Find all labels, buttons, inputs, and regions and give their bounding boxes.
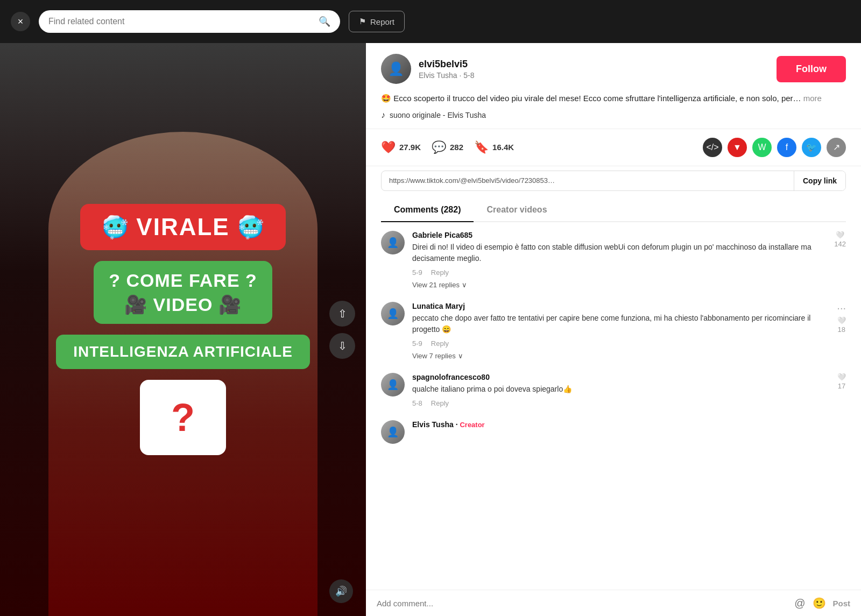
nav-down-button[interactable]: ⇩ xyxy=(329,333,355,359)
nav-arrows: ⇧ ⇩ xyxy=(329,301,355,359)
comment-icon: 💬 xyxy=(432,140,446,154)
likes-count: 27.9K xyxy=(399,143,421,152)
music-row: ♪ suono originale - Elvis Tusha xyxy=(381,110,846,120)
chevron-down-icon: ∨ xyxy=(462,281,467,289)
comment-avatar: 👤 xyxy=(381,302,405,325)
comment-like[interactable]: 🤍 142 xyxy=(834,231,846,289)
virale-text: VIRALE xyxy=(136,214,229,240)
right-panel: 👤 elvi5belvi5 Elvis Tusha · 5-8 Follow 🤩… xyxy=(366,43,861,616)
whatsapp-icon[interactable]: W xyxy=(752,138,772,157)
comment-bar-icons: @ 🙂 xyxy=(794,597,826,610)
emoji-icon[interactable]: 🙂 xyxy=(813,597,826,610)
like-icon: 🤍 xyxy=(836,231,844,239)
likes-stat: ❤️ 27.9K xyxy=(381,140,421,154)
comment-body: Lunatica Maryj peccato che dopo aver fat… xyxy=(412,302,829,360)
flag-icon: ⚑ xyxy=(359,17,366,26)
copy-link-button[interactable]: Copy link xyxy=(794,171,845,190)
tab-comments[interactable]: Comments (282) xyxy=(381,199,474,222)
freeze-emoji-2: 🥶 xyxy=(237,215,264,240)
more-share-icon[interactable]: ↗ xyxy=(827,138,846,157)
come-fare-text: ? COME FARE ? 🎥 VIDEO 🎥 xyxy=(109,268,257,316)
comment-body: spagnolofrancesco80 qualche italiano pri… xyxy=(412,373,830,407)
view-replies-button[interactable]: View 21 replies ∨ xyxy=(412,281,827,289)
comment-text: peccato che dopo aver fatto tre tentativ… xyxy=(412,313,829,335)
comments-count: 282 xyxy=(450,143,463,152)
profile-section: 👤 elvi5belvi5 Elvis Tusha · 5-8 Follow 🤩… xyxy=(366,43,861,129)
add-comment-bar: @ 🙂 Post xyxy=(366,590,861,616)
comment-text: qualche italiano prima o poi doveva spie… xyxy=(412,384,830,395)
comment-like[interactable]: 🤍 18 xyxy=(837,316,846,334)
more-options-icon[interactable]: ··· xyxy=(837,302,846,314)
video-panel: 🥶 VIRALE 🥶 ? COME FARE ? 🎥 VIDEO 🎥 INTEL… xyxy=(0,43,366,616)
comment-meta: 5-9 Reply xyxy=(412,268,827,277)
share-icons: </> ▼ W f 🐦 ↗ xyxy=(703,138,846,157)
question-text: ? xyxy=(171,395,195,440)
tabs-row: Comments (282) Creator videos xyxy=(381,199,846,222)
profile-info: 👤 elvi5belvi5 Elvis Tusha · 5-8 xyxy=(381,54,475,84)
heart-icon: ❤️ xyxy=(381,140,396,154)
comment-meta: 5-9 Reply xyxy=(412,339,829,348)
chevron-down-icon: ∨ xyxy=(458,352,463,360)
profile-details: elvi5belvi5 Elvis Tusha · 5-8 xyxy=(419,59,475,80)
comment-body: Gabriele Pica685 Direi di no! Il video d… xyxy=(412,231,827,289)
comment-username: Elvis Tusha · Creator xyxy=(412,420,846,429)
comment-item: 👤 spagnolofrancesco80 qualche italiano p… xyxy=(381,373,846,407)
comment-avatar: 👤 xyxy=(381,373,405,396)
top-bar: × 🔍 ⚑ Report xyxy=(0,0,861,43)
comment-avatar: 👤 xyxy=(381,420,405,444)
saves-stat: 🔖 16.4K xyxy=(474,140,514,154)
comment-date: 5-8 xyxy=(412,399,422,407)
more-link[interactable]: more xyxy=(803,94,822,103)
video-overlays: 🥶 VIRALE 🥶 ? COME FARE ? 🎥 VIDEO 🎥 INTEL… xyxy=(0,182,366,476)
creator-label: Creator xyxy=(460,421,484,429)
search-icon: 🔍 xyxy=(319,16,330,27)
embed-icon[interactable]: </> xyxy=(703,138,722,157)
comments-list: 👤 Gabriele Pica685 Direi di no! Il video… xyxy=(366,222,861,590)
freeze-emoji-1: 🥶 xyxy=(102,215,129,240)
avatar: 👤 xyxy=(381,54,411,84)
music-label: suono originale - Elvis Tusha xyxy=(390,111,486,119)
comment-item: 👤 Gabriele Pica685 Direi di no! Il video… xyxy=(381,231,846,289)
post-button[interactable]: Post xyxy=(832,599,850,608)
profile-subtitle: Elvis Tusha · 5-8 xyxy=(419,71,475,80)
volume-button[interactable]: 🔊 xyxy=(329,579,353,603)
comment-avatar: 👤 xyxy=(381,231,405,254)
tab-creator-videos[interactable]: Creator videos xyxy=(474,199,560,222)
repost-icon[interactable]: ▼ xyxy=(728,138,747,157)
comment-item: 👤 Lunatica Maryj peccato che dopo aver f… xyxy=(381,302,846,360)
description-text: 🤩 Ecco scoperto il trucco del video piu … xyxy=(381,93,846,105)
reply-button[interactable]: Reply xyxy=(431,268,449,277)
twitter-icon[interactable]: 🐦 xyxy=(802,138,821,157)
comment-username: spagnolofrancesco80 xyxy=(412,373,830,381)
like-icon: 🤍 xyxy=(837,373,846,381)
report-button[interactable]: ⚑ Report xyxy=(349,11,405,32)
reply-button[interactable]: Reply xyxy=(431,399,449,407)
comment-body: Elvis Tusha · Creator xyxy=(412,420,846,444)
url-row: https://www.tiktok.com/@elvi5belvi5/vide… xyxy=(381,171,846,191)
main-content: 🥶 VIRALE 🥶 ? COME FARE ? 🎥 VIDEO 🎥 INTEL… xyxy=(0,43,861,616)
comment-date: 5-9 xyxy=(412,268,422,277)
view-replies-button[interactable]: View 7 replies ∨ xyxy=(412,352,829,360)
nav-up-button[interactable]: ⇧ xyxy=(329,301,355,327)
profile-username: elvi5belvi5 xyxy=(419,59,475,70)
comment-meta: 5-8 Reply xyxy=(412,399,830,407)
intelligenza-text: INTELLIGENZA ARTIFICIALE xyxy=(73,343,293,360)
like-icon: 🤍 xyxy=(837,316,846,324)
comment-username: Lunatica Maryj xyxy=(412,302,829,310)
question-badge: ? xyxy=(140,380,226,455)
comment-like[interactable]: 🤍 17 xyxy=(837,373,846,407)
intelligenza-badge: INTELLIGENZA ARTIFICIALE xyxy=(56,335,310,369)
add-comment-input[interactable] xyxy=(377,599,788,608)
reply-button[interactable]: Reply xyxy=(431,339,449,348)
follow-button[interactable]: Follow xyxy=(777,56,846,82)
bookmark-icon: 🔖 xyxy=(474,140,489,154)
close-button[interactable]: × xyxy=(11,12,30,31)
like-count: 142 xyxy=(834,240,846,248)
mention-icon[interactable]: @ xyxy=(794,597,805,610)
comment-date: 5-9 xyxy=(412,339,422,348)
search-input[interactable] xyxy=(48,17,313,26)
stats-row: ❤️ 27.9K 💬 282 🔖 16.4K </> ▼ W f 🐦 ↗ xyxy=(366,129,861,166)
facebook-icon[interactable]: f xyxy=(777,138,796,157)
virale-badge: 🥶 VIRALE 🥶 xyxy=(80,204,285,250)
come-fare-badge: ? COME FARE ? 🎥 VIDEO 🎥 xyxy=(94,261,272,323)
